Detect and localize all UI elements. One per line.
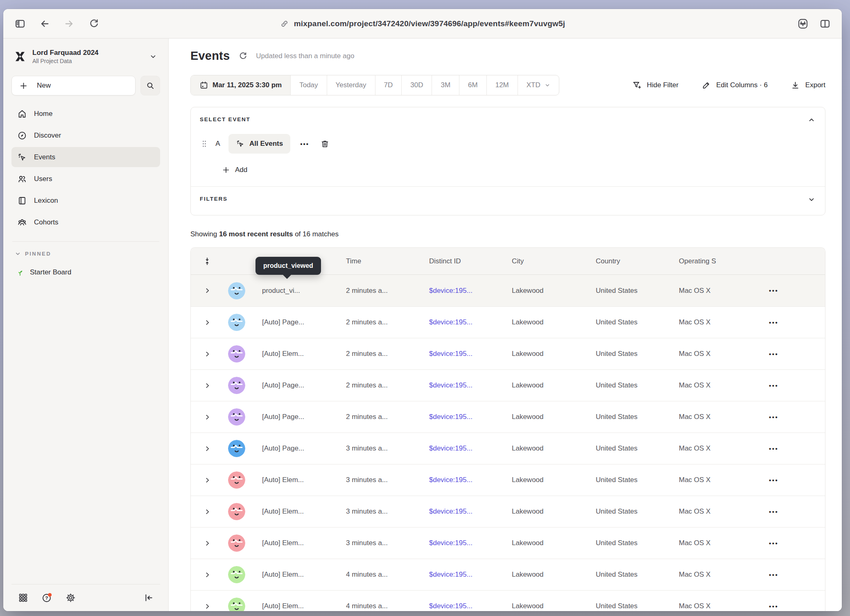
row-more-options-icon[interactable]: •••: [744, 414, 825, 421]
table-row[interactable]: [Auto] Elem...4 minutes a...$device:195.…: [191, 590, 825, 611]
browser-back-icon[interactable]: [38, 18, 51, 30]
sidebar-item-home[interactable]: Home: [11, 104, 160, 124]
browser-reload-icon[interactable]: [88, 18, 100, 30]
sidebar-item-users[interactable]: Users: [11, 169, 160, 189]
home-icon: [17, 109, 27, 119]
expand-row-icon[interactable]: [191, 540, 224, 547]
browser-page-settings-icon[interactable]: [797, 18, 809, 30]
distinct-id-link[interactable]: $device:195...: [417, 444, 500, 453]
edit-columns-button[interactable]: Edit Columns · 6: [701, 81, 768, 90]
distinct-id-link[interactable]: $device:195...: [417, 350, 500, 358]
drag-handle-icon[interactable]: [201, 140, 207, 148]
sidebar-item-cohorts[interactable]: Cohorts: [11, 212, 160, 232]
table-row[interactable]: product_vi...2 minutes a...$device:195..…: [191, 275, 825, 306]
event-avatar: [224, 314, 250, 331]
row-more-options-icon[interactable]: •••: [744, 287, 825, 294]
row-more-options-icon[interactable]: •••: [744, 382, 825, 389]
distinct-id-link[interactable]: $device:195...: [417, 539, 500, 547]
sidebar-item-lexicon[interactable]: Lexicon: [11, 190, 160, 211]
expand-row-icon[interactable]: [191, 351, 224, 358]
event-avatar: [224, 282, 250, 299]
users-icon: [17, 174, 27, 184]
refresh-icon[interactable]: [237, 50, 249, 62]
preset-xtd[interactable]: XTD: [518, 75, 559, 95]
table-row[interactable]: [Auto] Page...2 minutes a...$device:195.…: [191, 306, 825, 338]
distinct-id-link[interactable]: $device:195...: [417, 318, 500, 326]
expand-row-icon[interactable]: [191, 445, 224, 452]
table-row[interactable]: [Auto] Elem...3 minutes a...$device:195.…: [191, 464, 825, 496]
select-event-header: SELECT EVENT: [200, 116, 814, 122]
distinct-id-link[interactable]: $device:195...: [417, 381, 500, 390]
distinct-id-link[interactable]: $device:195...: [417, 413, 500, 421]
preset-6m[interactable]: 6M: [459, 75, 487, 95]
preset-today[interactable]: Today: [291, 75, 327, 95]
row-more-options-icon[interactable]: •••: [744, 477, 825, 484]
help-icon[interactable]: ?: [40, 591, 53, 605]
date-picker[interactable]: Mar 11, 2025 3:30 pm: [191, 75, 291, 95]
pinned-section-header[interactable]: PINNED: [15, 251, 160, 257]
event-name-cell: [Auto] Page...: [250, 381, 334, 390]
table-row[interactable]: [Auto] Elem...3 minutes a...$device:195.…: [191, 496, 825, 527]
preset-7d[interactable]: 7D: [375, 75, 402, 95]
expand-row-icon[interactable]: [191, 477, 224, 484]
expand-row-icon[interactable]: [191, 382, 224, 389]
distinct-id-link[interactable]: $device:195...: [417, 287, 500, 295]
project-switcher[interactable]: Lord Farquaad 2024 All Project Data: [11, 46, 160, 67]
preset-12m[interactable]: 12M: [487, 75, 518, 95]
expand-row-icon[interactable]: [191, 287, 224, 294]
chevron-up-icon[interactable]: [808, 116, 815, 124]
sidebar-item-events[interactable]: Events: [11, 147, 160, 167]
table-row[interactable]: [Auto] Elem...3 minutes a...$device:195.…: [191, 527, 825, 559]
table-row[interactable]: [Auto] Elem...2 minutes a...$device:195.…: [191, 338, 825, 369]
row-more-options-icon[interactable]: •••: [744, 319, 825, 326]
hide-filter-label: Hide Filter: [647, 81, 678, 89]
row-more-options-icon[interactable]: •••: [744, 540, 825, 547]
distinct-id-link[interactable]: $device:195...: [417, 507, 500, 516]
sidebar-item-starter-board[interactable]: Starter Board: [11, 263, 160, 282]
expand-row-icon[interactable]: [191, 414, 224, 421]
country-cell: United States: [583, 571, 667, 579]
collapse-rows-icon[interactable]: [191, 257, 224, 266]
chevron-down-icon: [15, 251, 21, 257]
export-button[interactable]: Export: [791, 81, 825, 90]
sidebar-item-discover[interactable]: Discover: [11, 125, 160, 145]
url-bar[interactable]: mixpanel.com/project/3472420/view/397469…: [280, 19, 565, 28]
chevron-down-icon[interactable]: [808, 196, 815, 203]
row-more-options-icon[interactable]: •••: [744, 445, 825, 452]
expand-row-icon[interactable]: [191, 571, 224, 578]
add-event-button[interactable]: Add: [222, 166, 814, 174]
preset-3m[interactable]: 3M: [432, 75, 459, 95]
distinct-id-link[interactable]: $device:195...: [417, 571, 500, 579]
column-header-city: City: [500, 257, 583, 265]
trash-icon[interactable]: [319, 138, 331, 150]
distinct-id-link[interactable]: $device:195...: [417, 476, 500, 484]
hide-filter-button[interactable]: Hide Filter: [632, 80, 678, 90]
time-cell: 2 minutes a...: [334, 413, 417, 421]
new-button[interactable]: New: [11, 76, 136, 95]
browser-split-view-icon[interactable]: [819, 18, 831, 30]
search-button[interactable]: [140, 76, 160, 95]
expand-row-icon[interactable]: [191, 508, 224, 515]
event-avatar: [224, 503, 250, 520]
table-row[interactable]: [Auto] Page...2 minutes a...$device:195.…: [191, 401, 825, 433]
preset-yesterday[interactable]: Yesterday: [327, 75, 375, 95]
table-row[interactable]: [Auto] Elem...4 minutes a...$device:195.…: [191, 559, 825, 590]
preset-30d[interactable]: 30D: [402, 75, 432, 95]
expand-row-icon[interactable]: [191, 603, 224, 610]
table-row[interactable]: [Auto] Page...3 minutes a...$device:195.…: [191, 433, 825, 464]
all-events-chip[interactable]: All Events: [228, 134, 290, 154]
os-cell: Mac OS X: [667, 318, 744, 326]
row-more-options-icon[interactable]: •••: [744, 351, 825, 358]
distinct-id-link[interactable]: $device:195...: [417, 602, 500, 610]
collapse-sidebar-icon[interactable]: [142, 591, 155, 605]
apps-grid-icon[interactable]: [16, 591, 29, 605]
table-row[interactable]: [Auto] Page...2 minutes a...$device:195.…: [191, 369, 825, 401]
expand-row-icon[interactable]: [191, 319, 224, 326]
event-more-options-icon[interactable]: •••: [298, 140, 312, 147]
settings-gear-icon[interactable]: [64, 591, 77, 605]
row-more-options-icon[interactable]: •••: [744, 603, 825, 610]
edit-columns-label: Edit Columns · 6: [716, 81, 768, 89]
row-more-options-icon[interactable]: •••: [744, 508, 825, 515]
row-more-options-icon[interactable]: •••: [744, 571, 825, 578]
browser-sidebar-toggle-icon[interactable]: [14, 18, 26, 30]
